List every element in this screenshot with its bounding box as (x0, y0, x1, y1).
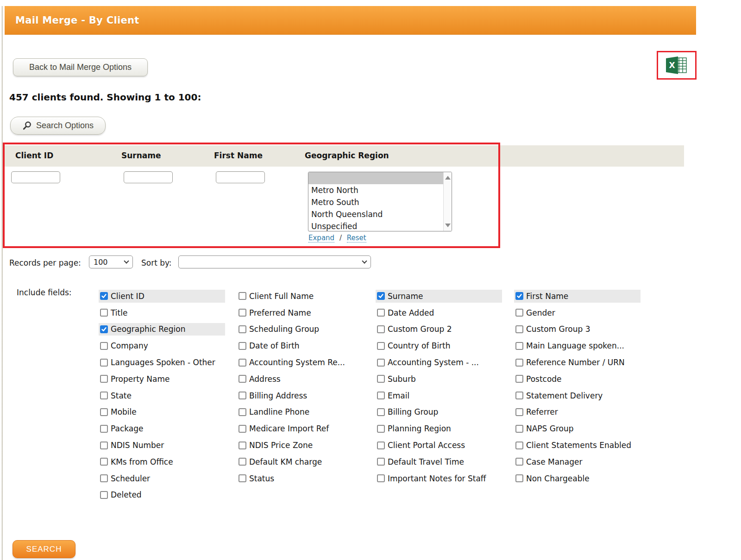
include-field-default-km-charge[interactable]: Default KM charge (237, 455, 364, 468)
include-field-scheduling-group[interactable]: Scheduling Group (237, 323, 364, 336)
unchecked-checkbox-icon[interactable] (239, 342, 246, 350)
include-field-ndis-number[interactable]: NDIS Number (99, 439, 225, 452)
unchecked-checkbox-icon[interactable] (377, 408, 385, 416)
unchecked-checkbox-icon[interactable] (239, 392, 246, 399)
unchecked-checkbox-icon[interactable] (377, 309, 385, 317)
unchecked-checkbox-icon[interactable] (239, 458, 246, 466)
listbox-scrollbar[interactable] (443, 172, 452, 231)
include-field-medicare-import-ref[interactable]: Medicare Import Ref (237, 422, 364, 435)
unchecked-checkbox-icon[interactable] (100, 474, 108, 482)
unchecked-checkbox-icon[interactable] (100, 458, 108, 466)
back-to-mail-merge-options-button[interactable]: Back to Mail Merge Options (13, 58, 148, 76)
unchecked-checkbox-icon[interactable] (515, 458, 523, 466)
unchecked-checkbox-icon[interactable] (239, 375, 246, 383)
unchecked-checkbox-icon[interactable] (239, 425, 246, 433)
include-field-accounting-system-re[interactable]: Accounting System Re... (237, 356, 364, 369)
include-field-company[interactable]: Company (99, 339, 225, 352)
include-field-statement-delivery[interactable]: Statement Delivery (514, 389, 641, 402)
include-field-first-name[interactable]: First Name (514, 290, 641, 303)
unchecked-checkbox-icon[interactable] (239, 292, 246, 300)
unchecked-checkbox-icon[interactable] (377, 359, 385, 367)
include-field-postcode[interactable]: Postcode (514, 373, 641, 386)
unchecked-checkbox-icon[interactable] (515, 325, 523, 333)
include-field-preferred-name[interactable]: Preferred Name (237, 306, 364, 319)
reset-link[interactable]: Reset (347, 234, 366, 243)
include-field-custom-group-3[interactable]: Custom Group 3 (514, 323, 641, 336)
unchecked-checkbox-icon[interactable] (239, 325, 246, 333)
records-per-page-select[interactable]: 100 (89, 255, 133, 268)
unchecked-checkbox-icon[interactable] (239, 359, 246, 367)
include-field-reference-number-urn[interactable]: Reference Number / URN (514, 356, 641, 369)
include-field-address[interactable]: Address (237, 373, 364, 386)
include-field-geographic-region[interactable]: Geographic Region (99, 323, 225, 336)
unchecked-checkbox-icon[interactable] (377, 458, 385, 466)
search-options-button[interactable]: Search Options (10, 117, 106, 135)
unchecked-checkbox-icon[interactable] (100, 309, 108, 317)
unchecked-checkbox-icon[interactable] (239, 408, 246, 416)
include-field-billing-address[interactable]: Billing Address (237, 389, 364, 402)
excel-export-icon[interactable]: X (665, 56, 688, 75)
unchecked-checkbox-icon[interactable] (515, 392, 523, 399)
include-field-package[interactable]: Package (99, 422, 225, 435)
unchecked-checkbox-icon[interactable] (377, 425, 385, 433)
first-name-filter-input[interactable] (216, 171, 265, 183)
unchecked-checkbox-icon[interactable] (100, 375, 108, 383)
include-field-kms-from-office[interactable]: KMs from Office (99, 455, 225, 468)
unchecked-checkbox-icon[interactable] (377, 375, 385, 383)
include-field-title[interactable]: Title (99, 306, 225, 319)
include-field-country-of-birth[interactable]: Country of Birth (376, 339, 502, 352)
region-option-metro-south[interactable]: Metro South (308, 196, 443, 208)
unchecked-checkbox-icon[interactable] (515, 342, 523, 350)
include-field-date-of-birth[interactable]: Date of Birth (237, 339, 364, 352)
checked-checkbox-icon[interactable] (100, 292, 108, 300)
include-field-deleted[interactable]: Deleted (99, 489, 225, 502)
surname-filter-input[interactable] (124, 171, 173, 183)
include-field-accounting-system[interactable]: Accounting System - ... (376, 356, 502, 369)
unchecked-checkbox-icon[interactable] (100, 359, 108, 367)
checked-checkbox-icon[interactable] (377, 292, 385, 300)
include-field-case-manager[interactable]: Case Manager (514, 455, 641, 468)
include-field-landline-phone[interactable]: Landline Phone (237, 406, 364, 419)
checked-checkbox-icon[interactable] (100, 325, 108, 333)
unchecked-checkbox-icon[interactable] (515, 408, 523, 416)
include-field-languages-spoken-other[interactable]: Languages Spoken - Other (99, 356, 225, 369)
include-field-property-name[interactable]: Property Name (99, 373, 225, 386)
unchecked-checkbox-icon[interactable] (239, 474, 246, 482)
include-field-status[interactable]: Status (237, 472, 364, 485)
include-field-gender[interactable]: Gender (514, 306, 641, 319)
unchecked-checkbox-icon[interactable] (100, 491, 108, 499)
include-field-email[interactable]: Email (376, 389, 502, 402)
unchecked-checkbox-icon[interactable] (515, 359, 523, 367)
unchecked-checkbox-icon[interactable] (377, 392, 385, 399)
include-field-client-full-name[interactable]: Client Full Name (237, 290, 364, 303)
include-field-client-id[interactable]: Client ID (99, 290, 225, 303)
unchecked-checkbox-icon[interactable] (100, 408, 108, 416)
include-field-naps-group[interactable]: NAPS Group (514, 422, 641, 435)
scroll-up-icon[interactable] (445, 176, 451, 180)
unchecked-checkbox-icon[interactable] (377, 474, 385, 482)
include-field-custom-group-2[interactable]: Custom Group 2 (376, 323, 502, 336)
include-field-non-chargeable[interactable]: Non Chargeable (514, 472, 641, 485)
region-option-north-queensland[interactable]: North Queensland (308, 208, 443, 220)
unchecked-checkbox-icon[interactable] (515, 375, 523, 383)
include-field-surname[interactable]: Surname (376, 290, 502, 303)
unchecked-checkbox-icon[interactable] (239, 309, 246, 317)
include-field-suburb[interactable]: Suburb (376, 373, 502, 386)
unchecked-checkbox-icon[interactable] (100, 425, 108, 433)
unchecked-checkbox-icon[interactable] (100, 392, 108, 399)
region-option-metro-north[interactable]: Metro North (308, 184, 443, 196)
include-field-scheduler[interactable]: Scheduler (99, 472, 225, 485)
include-field-state[interactable]: State (99, 389, 225, 402)
unchecked-checkbox-icon[interactable] (100, 342, 108, 350)
unchecked-checkbox-icon[interactable] (377, 325, 385, 333)
include-field-main-language-spoken[interactable]: Main Language spoken... (514, 339, 641, 352)
include-field-default-travel-time[interactable]: Default Travel Time (376, 455, 502, 468)
unchecked-checkbox-icon[interactable] (515, 309, 523, 317)
region-option-blank[interactable] (308, 172, 443, 184)
include-field-referrer[interactable]: Referrer (514, 406, 641, 419)
unchecked-checkbox-icon[interactable] (515, 442, 523, 449)
expand-link[interactable]: Expand (308, 234, 334, 243)
include-field-date-added[interactable]: Date Added (376, 306, 502, 319)
unchecked-checkbox-icon[interactable] (100, 442, 108, 449)
include-field-billing-group[interactable]: Billing Group (376, 406, 502, 419)
